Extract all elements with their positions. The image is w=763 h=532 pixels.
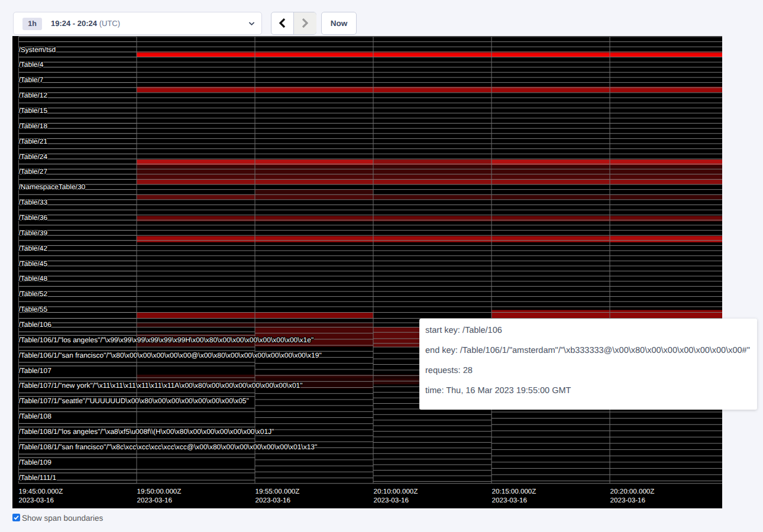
svg-text:/Table/52: /Table/52 [19,290,48,298]
svg-text:/Table/107/1/"seattle"/"UUUUUU: /Table/107/1/"seattle"/"UUUUUUD\x00\x80\… [19,397,249,405]
svg-text:/Table/7: /Table/7 [19,76,44,84]
svg-text:/Table/106: /Table/106 [19,320,52,329]
svg-text:19:50:00.000Z: 19:50:00.000Z [137,488,182,495]
svg-text:/Table/108: /Table/108 [19,412,52,420]
svg-text:/Table/18: /Table/18 [19,122,48,130]
svg-text:19:55:00.000Z: 19:55:00.000Z [256,488,300,495]
svg-text:/NamespaceTable/30: /NamespaceTable/30 [19,183,86,191]
svg-text:20:15:00.000Z: 20:15:00.000Z [492,488,536,495]
svg-text:/Table/21: /Table/21 [19,137,48,145]
svg-text:/Table/36: /Table/36 [19,213,48,222]
svg-text:2023-03-16: 2023-03-16 [374,497,409,504]
svg-text:20:10:00.000Z: 20:10:00.000Z [374,488,418,495]
svg-text:/Table/33: /Table/33 [19,198,48,206]
svg-text:19:45:00.000Z: 19:45:00.000Z [19,488,63,495]
svg-text:2023-03-16: 2023-03-16 [19,497,54,504]
svg-text:/Table/107: /Table/107 [19,366,52,375]
svg-text:/Table/106/1/"los angeles"/"\x: /Table/106/1/"los angeles"/"\x99\x99\x99… [19,336,314,344]
svg-text:/Table/4: /Table/4 [19,60,44,69]
svg-text:2023-03-16: 2023-03-16 [610,497,645,504]
svg-text:/Table/106/1/"san francisco"/": /Table/106/1/"san francisco"/"\x80\x00\x… [19,351,322,359]
svg-text:/Table/108/1/"san francisco"/": /Table/108/1/"san francisco"/"\x8c\xcc\x… [19,443,318,451]
svg-text:/Table/39: /Table/39 [19,229,48,237]
svg-text:/Table/109: /Table/109 [19,458,52,466]
svg-text:/Table/27: /Table/27 [19,167,48,176]
svg-text:20:20:00.000Z: 20:20:00.000Z [610,488,655,495]
svg-text:2023-03-16: 2023-03-16 [137,497,172,504]
svg-text:/Table/107/1/"new york"/"\x11\: /Table/107/1/"new york"/"\x11\x11\x11\x1… [19,381,303,390]
svg-text:/Table/15: /Table/15 [19,106,48,115]
svg-text:/System/tsd: /System/tsd [19,46,56,54]
svg-text:/Table/24: /Table/24 [19,153,48,161]
svg-text:/Table/45: /Table/45 [19,259,48,268]
svg-text:/Table/48: /Table/48 [19,274,48,283]
svg-text:2023-03-16: 2023-03-16 [256,497,290,504]
svg-text:/Table/55: /Table/55 [19,305,48,313]
svg-text:/Table/108/1/"los angeles"/"\x: /Table/108/1/"los angeles"/"\xa8\xf5\u00… [19,427,274,436]
svg-text:/Table/42: /Table/42 [19,244,48,252]
svg-text:2023-03-16: 2023-03-16 [492,497,527,504]
svg-text:/Table/111/1: /Table/111/1 [19,473,57,482]
svg-text:/Table/12: /Table/12 [19,91,48,99]
